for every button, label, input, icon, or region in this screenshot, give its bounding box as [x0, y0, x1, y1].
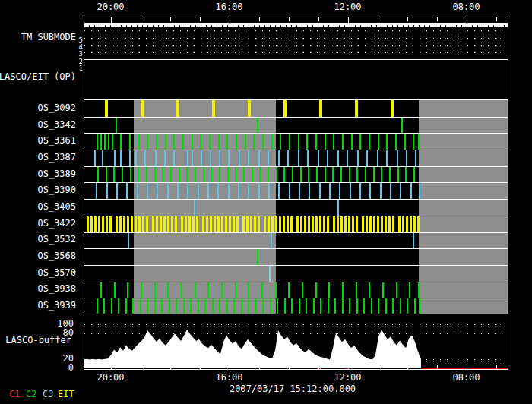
activity-bar: [306, 134, 308, 150]
activity-bar: [226, 298, 228, 314]
os-row-os_3342: [84, 117, 508, 134]
activity-bar: [362, 216, 364, 232]
activity-bar: [198, 183, 199, 199]
activity-bar: [306, 298, 307, 314]
activity-bar: [373, 167, 375, 183]
activity-bar: [185, 216, 187, 232]
activity-bar: [327, 150, 328, 166]
activity-bar: [154, 167, 156, 183]
activity-bar: [142, 216, 144, 232]
activity-bar: [176, 298, 177, 314]
os-row-os_3532: [84, 232, 508, 249]
axis-minor-tick: [407, 365, 408, 369]
activity-bar: [315, 134, 317, 150]
activity-bar: [147, 183, 148, 199]
activity-bar: [382, 282, 384, 298]
activity-bar: [381, 216, 383, 232]
os-row-os_3568: [84, 248, 508, 265]
activity-bar: [316, 167, 318, 183]
activity-bar: [413, 233, 414, 249]
activity-bar: [167, 183, 169, 199]
activity-bar: [195, 167, 196, 183]
buffer-no-data-line: [420, 368, 508, 369]
activity-bar: [186, 167, 188, 183]
activity-bar: [202, 216, 204, 232]
activity-bar: [175, 216, 177, 232]
activity-bar: [344, 216, 347, 232]
lasco-buffer-label: LASCO-buffer: [5, 335, 71, 346]
activity-bar: [248, 100, 251, 117]
activity-bar: [378, 298, 379, 314]
activity-bar: [395, 134, 397, 150]
activity-bar: [359, 183, 361, 199]
activity-bar: [179, 167, 180, 183]
activity-bar: [138, 134, 140, 150]
activity-bar: [417, 216, 420, 232]
activity-bar: [327, 216, 329, 232]
activity-bar: [315, 282, 317, 298]
activity-bar: [290, 216, 293, 232]
activity-bar: [154, 298, 156, 314]
activity-bar: [173, 134, 175, 150]
activity-bar: [140, 298, 141, 314]
activity-bar: [138, 216, 141, 232]
activity-bar: [366, 150, 368, 166]
row-label-os_3361: OS_3361: [37, 135, 76, 146]
activity-bar: [337, 216, 339, 232]
time-label-bottom: 12:00: [334, 372, 361, 383]
activity-bar: [356, 282, 357, 298]
activity-bar: [392, 216, 394, 232]
activity-bar: [313, 298, 315, 314]
activity-bar: [229, 216, 231, 232]
activity-bar: [277, 298, 278, 314]
activity-bar: [377, 216, 379, 232]
legend-c2: C2: [26, 389, 36, 399]
row-label-os_3422: OS_3422: [37, 218, 76, 229]
activity-bar: [283, 100, 287, 117]
axis-minor-tick: [200, 17, 201, 21]
activity-bar: [190, 298, 192, 314]
axis-minor-tick: [200, 365, 201, 369]
activity-bar: [94, 150, 96, 166]
activity-bar: [371, 298, 372, 314]
activity-bar: [135, 150, 137, 166]
activity-bar: [177, 183, 179, 199]
activity-bar: [135, 216, 137, 232]
activity-bar: [226, 134, 228, 150]
activity-bar: [119, 216, 122, 232]
activity-bar: [182, 134, 184, 150]
lasco-buffer-panel: [84, 314, 508, 369]
activity-bar: [271, 216, 274, 232]
activity-bar: [98, 216, 100, 232]
activity-bar: [248, 298, 249, 314]
activity-bar: [192, 134, 193, 150]
activity-bar: [397, 150, 398, 166]
activity-bar: [157, 183, 158, 199]
activity-bar: [407, 298, 408, 314]
activity-bar: [396, 282, 397, 298]
activity-bar: [288, 282, 290, 298]
activity-bar: [170, 167, 172, 183]
activity-bar: [96, 183, 97, 199]
activity-bar: [156, 216, 158, 232]
activity-bar: [283, 216, 285, 232]
activity-bar: [312, 216, 314, 232]
legend-c1: C1: [9, 389, 20, 399]
plot-area: [84, 17, 508, 370]
activity-bar: [369, 134, 370, 150]
activity-bar: [332, 167, 334, 183]
activity-bar: [409, 282, 410, 298]
activity-bar: [198, 298, 199, 314]
activity-bar: [112, 134, 113, 150]
activity-bar: [318, 150, 319, 166]
activity-bar: [390, 183, 391, 199]
activity-bar: [365, 167, 366, 183]
activity-bar: [225, 216, 227, 232]
axis-minor-tick: [141, 17, 141, 21]
activity-bar: [298, 134, 299, 150]
activity-bar: [308, 167, 309, 183]
axis-minor-tick: [318, 17, 319, 21]
activity-bar: [183, 298, 185, 314]
activity-bar: [201, 150, 202, 166]
activity-bar: [334, 298, 336, 314]
